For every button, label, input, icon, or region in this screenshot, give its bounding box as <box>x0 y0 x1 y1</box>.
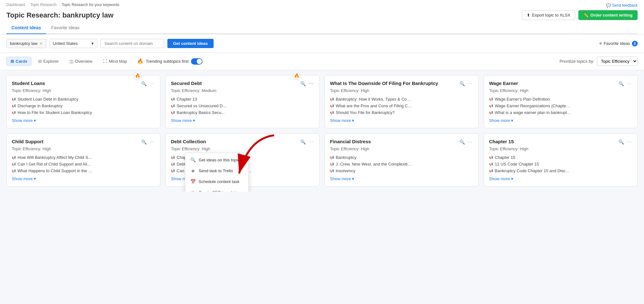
card-more-icon[interactable]: ⋯ <box>308 81 314 87</box>
card-efficiency: Topic Efficiency: High <box>12 88 155 93</box>
list-item: 📢Should You File for Bankruptcy? <box>330 110 473 115</box>
export-button[interactable]: ⬆ Export topic to XLSX <box>522 10 575 20</box>
card-more-icon[interactable]: ⋯ <box>467 139 473 145</box>
list-item: 📢Chapter 15 <box>489 155 632 160</box>
view-overview-button[interactable]: ◫ Overview <box>65 57 96 66</box>
card-wage-earner: Wage Earner 🔍 ⋯ Topic Efficiency: High 📢… <box>484 75 638 128</box>
tab-content-ideas[interactable]: Content Ideas <box>6 22 46 34</box>
card-search-icon[interactable]: 🔍 <box>141 139 147 145</box>
view-cards-button[interactable]: ⊞ Cards <box>6 57 32 66</box>
show-more-button[interactable]: Show more ▾ <box>12 176 155 181</box>
card-title: Financial Distress <box>330 139 459 144</box>
card-title: Debt Collection <box>171 139 300 144</box>
list-item: 📢Discharge in Bankruptcy <box>12 103 155 108</box>
list-item: 📢J. Crew, Nine West, and the Complexitie… <box>330 162 473 166</box>
card-actions: 🔍 ⋯ <box>618 139 632 145</box>
header-actions: ⬆ Export topic to XLSX ✏️ Order content … <box>522 10 638 20</box>
bullet-icon: 📢 <box>171 104 175 108</box>
search-toolbar: bankruptcy law ✕ United States ▾ Get con… <box>0 34 644 53</box>
keyword-text: bankruptcy law <box>10 41 38 46</box>
card-items: 📢Bankruptcy 📢J. Crew, Nine West, and the… <box>330 155 473 173</box>
tab-favorite-ideas[interactable]: Favorite Ideas <box>46 22 85 34</box>
list-item: 📢Can I Get Rid of Child Support and Alim… <box>12 162 155 166</box>
breadcrumb-dashboard[interactable]: Dashboard <box>6 3 25 7</box>
send-feedback-link[interactable]: 💬 Send feedback <box>606 3 638 8</box>
card-header: Student Loans 🔍 ⋯ <box>12 81 155 87</box>
show-more-button[interactable]: Show more ▾ <box>12 118 155 123</box>
bullet-icon: 📢 <box>330 169 334 173</box>
bullet-icon: 📢 <box>12 111 16 114</box>
card-efficiency: Topic Efficiency: High <box>489 88 632 93</box>
priority-select[interactable]: Topic Efficiency <box>597 57 638 66</box>
prioritize-label: Prioritize topics by: <box>560 59 594 64</box>
card-more-icon[interactable]: ⋯ <box>149 139 155 145</box>
menu-create-seo[interactable]: □ Create SEO template <box>185 187 248 192</box>
menu-get-ideas[interactable]: 🔍 Get ideas on this topic <box>185 154 248 165</box>
card-more-icon[interactable]: ⋯ <box>626 81 632 87</box>
edit-icon: ✏️ <box>583 13 589 18</box>
context-menu: 🔍 Get ideas on this topic ◈ Send task to… <box>185 153 249 192</box>
template-icon: □ <box>190 190 195 192</box>
explorer-icon: ⊟ <box>38 59 42 64</box>
country-select[interactable]: United States ▾ <box>49 39 97 48</box>
bullet-icon: 📢 <box>12 156 16 159</box>
card-title: Wage Earner <box>489 81 618 86</box>
menu-send-trello[interactable]: ◈ Send task to Trello <box>185 165 248 176</box>
card-secured-debt: 🔥 Secured Debt 🔍 ⋯ Topic Efficiency: Med… <box>165 75 319 128</box>
card-header: Chapter 15 🔍 ⋯ <box>489 139 632 145</box>
list-item: 📢What are the Pros and Cons of Filing Ch… <box>330 103 473 108</box>
search-icon: 🔍 <box>190 157 195 162</box>
order-content-button[interactable]: ✏️ Order content writing <box>578 10 638 20</box>
view-mindmap-button[interactable]: ⛶ Mind Map <box>99 57 131 66</box>
card-more-icon[interactable]: ⋯ <box>626 139 632 145</box>
list-item: 📢11 US Code Chapter 15 <box>489 162 632 166</box>
card-search-icon[interactable]: 🔍 <box>459 139 465 145</box>
card-downside-bankruptcy: What Is The Downside Of Filing For Bankr… <box>325 75 479 128</box>
bullet-icon: 📢 <box>489 162 493 166</box>
tabs-bar: Content Ideas Favorite Ideas <box>6 22 638 34</box>
trending-toggle[interactable] <box>191 58 202 65</box>
list-item: 📢Bankruptcy: How it Works, Types & Conse… <box>330 97 473 102</box>
keyword-clear-button[interactable]: ✕ <box>40 41 43 46</box>
card-items: 📢Chapter 13 📢Secured vs Unsecured D... 📢… <box>171 97 314 115</box>
card-items: 📢Student Loan Debt in Bankruptcy 📢Discha… <box>12 97 155 115</box>
trending-badge-1: 🔥 <box>134 72 141 79</box>
card-search-icon[interactable]: 🔍 <box>618 139 625 145</box>
cards-grid: 🔥 Student Loans 🔍 ⋯ Topic Efficiency: Hi… <box>0 70 644 192</box>
menu-schedule-task[interactable]: 📅 Schedule content task <box>185 176 248 187</box>
card-header: What Is The Downside Of Filing For Bankr… <box>330 81 473 87</box>
card-more-icon[interactable]: ⋯ <box>467 81 473 87</box>
breadcrumb-topic-research[interactable]: Topic Research <box>30 3 57 7</box>
bullet-icon: 📢 <box>171 169 175 173</box>
card-more-icon[interactable]: ⋯ <box>308 139 314 145</box>
card-search-icon[interactable]: 🔍 <box>459 81 465 87</box>
mindmap-icon: ⛶ <box>103 59 107 64</box>
list-item: 📢Insolvency <box>330 168 473 173</box>
view-toolbar: ⊞ Cards ⊟ Explorer ◫ Overview ⛶ Mind Map… <box>0 53 644 70</box>
card-efficiency: Topic Efficiency: High <box>330 146 473 151</box>
favorite-ideas-label[interactable]: Favorite Ideas <box>604 41 630 46</box>
favorite-ideas-section: ≡ Favorite Ideas 5 <box>599 41 638 46</box>
bullet-icon: 📢 <box>489 156 493 159</box>
show-more-button[interactable]: Show more ▾ <box>330 118 473 123</box>
view-explorer-button[interactable]: ⊟ Explorer <box>34 57 63 66</box>
show-more-button[interactable]: Show more ▾ <box>489 118 632 123</box>
show-more-button[interactable]: Show more ▾ <box>171 118 314 123</box>
card-search-icon[interactable]: 🔍 <box>300 81 306 87</box>
card-search-icon[interactable]: 🔍 <box>300 139 306 145</box>
breadcrumb-current: Topic Research for your keywords <box>62 3 119 7</box>
card-search-icon[interactable]: 🔍 <box>141 81 147 87</box>
show-more-button[interactable]: Show more ▾ <box>330 176 473 181</box>
overview-icon: ◫ <box>70 59 73 64</box>
card-search-icon[interactable]: 🔍 <box>618 81 625 87</box>
calendar-icon: 📅 <box>190 179 195 184</box>
card-child-support: Child Support 🔍 ⋯ Topic Efficiency: High… <box>6 133 160 187</box>
bullet-icon: 📢 <box>489 104 493 108</box>
breadcrumb: Dashboard › Topic Research › Topic Resea… <box>6 0 638 8</box>
bullet-icon: 📢 <box>330 111 334 114</box>
card-more-icon[interactable]: ⋯ <box>149 81 155 87</box>
keyword-chip: bankruptcy law ✕ <box>6 39 46 48</box>
show-more-button[interactable]: Show more ▾ <box>489 176 632 181</box>
get-content-ideas-button[interactable]: Get content ideas <box>167 39 214 48</box>
domain-search-input[interactable] <box>100 39 164 48</box>
